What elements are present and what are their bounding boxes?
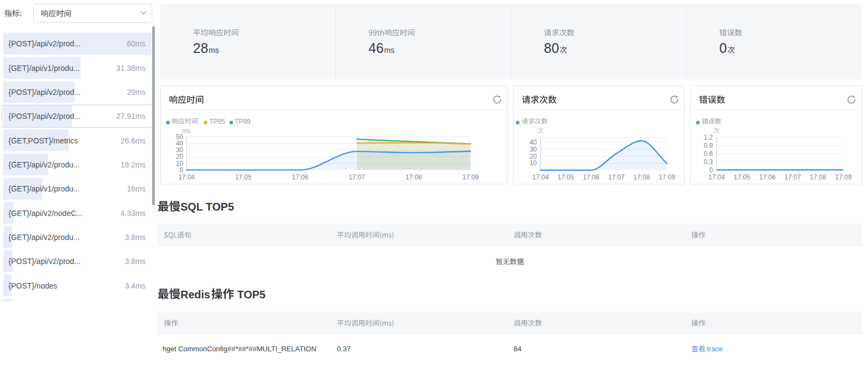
svg-text:17:09: 17:09 [835, 173, 852, 181]
svg-text:17:09: 17:09 [659, 173, 675, 181]
svg-text:0: 0 [719, 40, 727, 56]
svg-text:17:07: 17:07 [349, 173, 365, 181]
svg-text:{GET}/api/v1/produ...: {GET}/api/v1/produ... [9, 184, 80, 193]
svg-text:3.8ms: 3.8ms [125, 257, 146, 266]
svg-text:0.3: 0.3 [704, 158, 713, 166]
svg-text:{GET}/api/v2/produ...: {GET}/api/v2/produ... [9, 160, 80, 169]
svg-text:84: 84 [514, 345, 521, 353]
svg-text:ms: ms [384, 46, 395, 55]
svg-text:17:06: 17:06 [759, 173, 775, 181]
svg-text:{POST}/api/v2/prod...: {POST}/api/v2/prod... [9, 112, 81, 121]
svg-text:{POST}/api/v2/prod...: {POST}/api/v2/prod... [9, 88, 81, 97]
svg-text:17:06: 17:06 [292, 173, 308, 181]
svg-text:29ms: 29ms [127, 88, 146, 97]
svg-text:16ms: 16ms [127, 184, 146, 193]
svg-text:ms: ms [209, 46, 219, 55]
svg-text:0.37: 0.37 [337, 345, 351, 353]
svg-text:{GET}/api/v2/produ...: {GET}/api/v2/produ... [9, 233, 80, 242]
svg-text:17:04: 17:04 [708, 173, 725, 181]
svg-text:0: 0 [179, 166, 183, 174]
svg-text:{GET}/api/v1/produ...: {GET}/api/v1/produ... [9, 64, 80, 73]
svg-text:3.8ms: 3.8ms [125, 233, 146, 242]
svg-text:TP99: TP99 [235, 118, 251, 125]
svg-text:3.4ms: 3.4ms [125, 281, 146, 290]
svg-text:SQL TOP5: SQL TOP5 [180, 201, 234, 213]
svg-text:0.6: 0.6 [704, 150, 713, 158]
svg-text:60ms: 60ms [127, 39, 146, 48]
svg-text:17:08: 17:08 [810, 173, 826, 181]
svg-text:0.9: 0.9 [704, 142, 713, 149]
svg-text:Redis: Redis [180, 289, 210, 301]
svg-text:0: 0 [709, 166, 713, 174]
svg-text:17:08: 17:08 [406, 173, 422, 181]
svg-text:17:05: 17:05 [558, 173, 574, 181]
svg-text:{POST}/api/v2/prod...: {POST}/api/v2/prod... [9, 39, 81, 48]
svg-text:{GET}/api/v2/nodeC...: {GET}/api/v2/nodeC... [9, 209, 83, 218]
svg-text:17:05: 17:05 [734, 173, 750, 181]
svg-text:28: 28 [193, 40, 208, 56]
svg-text:ms: ms [182, 127, 191, 135]
svg-text:17:04: 17:04 [532, 173, 548, 181]
svg-text:hget CommonConfig##*##*##MULTI: hget CommonConfig##*##*##MULTI_RELATION [162, 345, 316, 353]
svg-text:31.38ms: 31.38ms [116, 64, 146, 73]
svg-text:17:08: 17:08 [634, 173, 650, 181]
svg-text:80: 80 [544, 40, 559, 56]
svg-text:26.6ms: 26.6ms [120, 136, 146, 145]
svg-text:{POST}/api/v2/prod...: {POST}/api/v2/prod... [9, 257, 81, 266]
svg-text:17:04: 17:04 [178, 173, 195, 181]
svg-text:18.2ms: 18.2ms [120, 160, 146, 169]
svg-text:{POST}/nodes: {POST}/nodes [9, 281, 58, 290]
svg-text:17:09: 17:09 [462, 173, 479, 181]
svg-text:TP95: TP95 [209, 118, 225, 125]
svg-text:1.2: 1.2 [704, 134, 713, 141]
svg-text:27.91ms: 27.91ms [116, 112, 146, 121]
svg-text:4.33ms: 4.33ms [120, 209, 146, 218]
svg-text:17:07: 17:07 [608, 173, 624, 181]
svg-text:17:07: 17:07 [785, 173, 801, 181]
svg-text:trace: trace [707, 345, 723, 353]
svg-text:17:05: 17:05 [235, 173, 251, 181]
svg-text:46: 46 [369, 40, 384, 56]
svg-text:17:06: 17:06 [583, 173, 599, 181]
svg-text:{GET,POST}/metrics: {GET,POST}/metrics [9, 136, 79, 145]
svg-text:10: 10 [529, 159, 537, 167]
svg-text:TOP5: TOP5 [237, 289, 266, 301]
